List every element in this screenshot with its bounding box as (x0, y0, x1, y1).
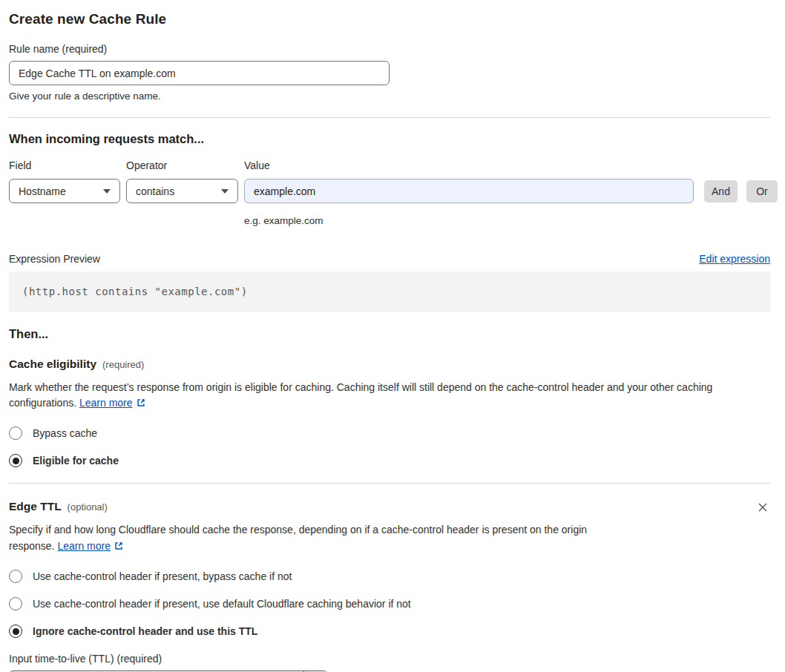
value-input[interactable] (244, 179, 694, 203)
radio-icon (9, 597, 22, 610)
value-label: Value (244, 159, 694, 171)
operator-label: Operator (126, 159, 238, 171)
radio-icon (9, 426, 22, 440)
radio-eligible-for-cache[interactable]: Eligible for cache (9, 454, 770, 467)
match-condition-row: Field Operator Value Hostname contains A… (9, 159, 770, 226)
radio-icon (9, 570, 22, 583)
rule-name-input[interactable] (9, 61, 390, 85)
section-divider (9, 483, 770, 484)
and-button[interactable]: And (704, 180, 738, 202)
radio-bypass-cache[interactable]: Bypass cache (9, 426, 770, 440)
close-icon (757, 501, 769, 513)
create-cache-rule-form: Create new Cache Rule Rule name (require… (0, 0, 785, 672)
value-help: e.g. example.com (244, 215, 694, 226)
operator-select-value: contains (136, 185, 174, 197)
cache-eligibility-title: Cache eligibility (9, 358, 96, 371)
edge-ttl-header: Edge TTL (optional) (9, 500, 770, 515)
radio-icon (9, 625, 22, 638)
section-divider (9, 117, 770, 118)
expression-preview-header: Expression Preview Edit expression (9, 253, 770, 265)
chevron-down-icon (103, 189, 111, 194)
match-section-heading: When incoming requests match... (9, 132, 770, 146)
edge-ttl-description: Specify if and how long Cloudflare shoul… (9, 521, 631, 556)
ttl-input-label: Input time-to-live (TTL) (required) (9, 653, 770, 665)
edge-ttl-title: Edge TTL (9, 500, 62, 513)
rule-name-label: Rule name (required) (9, 43, 770, 55)
page-title: Create new Cache Rule (9, 11, 770, 27)
edit-expression-link[interactable]: Edit expression (699, 253, 770, 265)
edge-ttl-options: Use cache-control header if present, byp… (9, 570, 770, 638)
radio-ignore-header-use-ttl[interactable]: Ignore cache-control header and use this… (9, 625, 770, 638)
edge-ttl-learn-more-link[interactable]: Learn more (57, 540, 111, 552)
expression-preview-label: Expression Preview (9, 253, 100, 265)
radio-use-header-bypass[interactable]: Use cache-control header if present, byp… (9, 570, 770, 583)
cache-eligibility-learn-more-link[interactable]: Learn more (79, 397, 133, 409)
field-select-value: Hostname (19, 185, 66, 197)
cache-eligibility-options: Bypass cache Eligible for cache (9, 426, 770, 467)
external-link-icon (114, 539, 124, 556)
close-edge-ttl-button[interactable] (755, 500, 770, 515)
expression-preview-code: (http.host contains "example.com") (9, 271, 770, 312)
edge-ttl-heading: Edge TTL (optional) (9, 500, 108, 513)
radio-label: Bypass cache (33, 427, 97, 439)
radio-label: Eligible for cache (33, 455, 119, 467)
cache-eligibility-qualifier: (required) (102, 359, 144, 370)
cache-eligibility-description: Mark whether the request’s response from… (9, 380, 770, 412)
cache-eligibility-heading: Cache eligibility (required) (9, 358, 770, 371)
external-link-icon (136, 397, 146, 412)
radio-icon (9, 454, 22, 467)
radio-label: Use cache-control header if present, use… (33, 598, 411, 610)
radio-use-header-default[interactable]: Use cache-control header if present, use… (9, 597, 770, 610)
chevron-down-icon (221, 189, 229, 194)
then-heading: Then... (9, 327, 770, 341)
operator-select[interactable]: contains (126, 179, 238, 203)
rule-name-help: Give your rule a descriptive name. (9, 90, 770, 102)
field-select[interactable]: Hostname (9, 179, 120, 203)
field-label: Field (9, 159, 120, 171)
or-button[interactable]: Or (746, 180, 778, 202)
radio-label: Use cache-control header if present, byp… (33, 570, 292, 582)
edge-ttl-qualifier: (optional) (68, 501, 108, 513)
radio-label: Ignore cache-control header and use this… (33, 625, 257, 637)
